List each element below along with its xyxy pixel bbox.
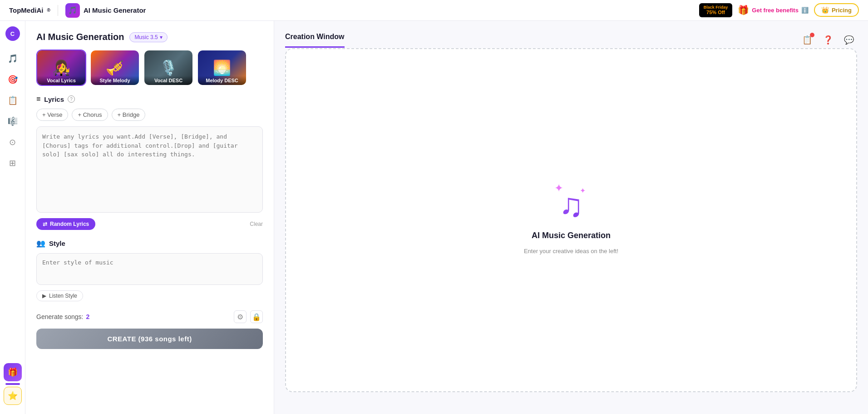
sidebar-item-list[interactable]: 📋	[4, 91, 22, 110]
lyrics-section-header: ≡ Lyrics ?	[36, 95, 263, 103]
mode-card-vocal-desc[interactable]: 🎙️ Vocal DESC	[143, 50, 193, 86]
header-divider	[58, 5, 58, 16]
help-circle-btn[interactable]: ❓	[820, 32, 836, 48]
mode-card-label-3: Vocal DESC	[144, 76, 192, 85]
get-free-benefits-btn[interactable]: 🎁 Get free benefits ℹ️	[738, 5, 809, 15]
create-button[interactable]: CREATE (936 songs left)	[36, 329, 263, 349]
avatar: C	[5, 26, 20, 41]
black-friday-line1: Black Friday	[704, 5, 728, 10]
sidebar-item-circle[interactable]: ⊙	[4, 133, 22, 151]
discord-btn[interactable]: 💬	[841, 32, 857, 48]
get-free-benefits-label: Get free benefits	[752, 7, 799, 14]
help-circle-icon: ❓	[823, 35, 833, 45]
sidebar: C 🎵 🎯 📋 🎼 ⊙ ⊞ 🎁 ⭐	[0, 21, 25, 414]
brand-logo: TopMediAi®	[9, 6, 50, 14]
mode-card-vocal-lyrics[interactable]: 👩‍🎤 Vocal Lyrics	[36, 50, 86, 86]
verse-tag-btn[interactable]: + Verse	[36, 109, 68, 121]
settings-icon-btn[interactable]: ⚙	[234, 310, 247, 323]
header-actions: Black Friday 75% Off 🎁 Get free benefits…	[699, 3, 859, 18]
sparkle-icon: ✦	[554, 182, 563, 195]
crown-icon: 👑	[821, 6, 829, 14]
style-section: 👥 Style ▶ Listen Style	[36, 239, 263, 301]
generate-label: Generate songs:	[36, 313, 84, 320]
listen-style-label: Listen Style	[49, 293, 77, 299]
mode-card-melody-desc[interactable]: 🌅 Melody DESC	[197, 50, 247, 86]
empty-state: ✦ ✦ ♫ AI Music Generation Enter your cre…	[285, 48, 857, 392]
info-icon: ℹ️	[801, 7, 809, 14]
creation-top-row: Creation Window 📋 ❓ 💬	[285, 32, 857, 48]
generate-icons: ⚙ 🔒	[234, 310, 263, 323]
mode-card-label-4: Melody DESC	[198, 76, 246, 85]
black-friday-line2: 75% Off	[706, 10, 725, 15]
brand-suffix: ®	[47, 8, 50, 13]
history-icon-btn[interactable]: 📋	[799, 32, 815, 48]
shuffle-icon: ⇄	[43, 221, 47, 227]
sidebar-item-grid[interactable]: ⊞	[4, 154, 22, 172]
style-title: Style	[49, 239, 65, 247]
brand-name: TopMediAi	[9, 6, 44, 14]
sidebar-star-button[interactable]: ⭐	[4, 387, 22, 405]
random-lyrics-btn[interactable]: ⇄ Random Lyrics	[36, 218, 95, 230]
chevron-down-icon: ▾	[160, 34, 163, 40]
pricing-button[interactable]: 👑 Pricing	[814, 3, 859, 17]
main-layout: C 🎵 🎯 📋 🎼 ⊙ ⊞ 🎁 ⭐ AI Music Generation Mu…	[0, 21, 868, 414]
mode-card-label-2: Style Melody	[91, 76, 139, 85]
version-badge[interactable]: Music 3.5 ▾	[129, 32, 167, 42]
mode-card-style-melody[interactable]: 🎺 Style Melody	[90, 50, 140, 86]
version-label: Music 3.5	[134, 34, 158, 40]
style-icon: 👥	[36, 239, 45, 248]
chorus-tag-btn[interactable]: + Chorus	[72, 109, 108, 121]
mode-card-label-1: Vocal Lyrics	[37, 76, 85, 85]
generate-row: Generate songs: 2 ⚙ 🔒	[36, 310, 263, 323]
clear-btn[interactable]: Clear	[250, 221, 263, 227]
lyrics-textarea[interactable]	[36, 126, 263, 213]
black-friday-badge[interactable]: Black Friday 75% Off	[699, 3, 733, 18]
sidebar-gift-button[interactable]: 🎁	[4, 363, 22, 381]
pricing-label: Pricing	[832, 7, 852, 14]
sidebar-item-note[interactable]: 🎼	[4, 112, 22, 130]
gift-icon: 🎁	[738, 5, 749, 15]
random-lyrics-label: Random Lyrics	[50, 221, 89, 227]
sidebar-bottom: 🎁 ⭐	[4, 363, 22, 409]
tag-buttons: + Verse + Chorus + Bridge	[36, 109, 263, 121]
discord-icon: 💬	[844, 35, 854, 45]
right-panel: Creation Window 📋 ❓ 💬 ✦ ✦ ♫	[274, 21, 868, 414]
avatar-letter: C	[10, 30, 15, 37]
generate-count: 2	[86, 313, 90, 320]
panel-title: AI Music Generation	[36, 32, 124, 42]
panel-header: AI Music Generation Music 3.5 ▾	[36, 32, 263, 42]
listen-style-btn[interactable]: ▶ Listen Style	[36, 290, 83, 301]
lyrics-title: Lyrics	[44, 95, 64, 103]
sidebar-item-explore[interactable]: 🎯	[4, 70, 22, 89]
creation-window-title: Creation Window	[285, 33, 345, 44]
app-title: AI Music Generator	[84, 6, 146, 14]
music-illustration: ✦ ✦ ♫	[559, 186, 583, 224]
notification-dot	[810, 33, 814, 37]
lyrics-footer: ⇄ Random Lyrics Clear	[36, 218, 263, 230]
app-icon: 🎵	[65, 3, 80, 18]
bridge-tag-btn[interactable]: + Bridge	[112, 109, 146, 121]
empty-state-title: AI Music Generation	[532, 231, 611, 240]
empty-state-subtitle: Enter your creative ideas on the left!	[524, 248, 618, 254]
left-panel: AI Music Generation Music 3.5 ▾ 👩‍🎤 Voca…	[25, 21, 274, 414]
mode-cards: 👩‍🎤 Vocal Lyrics 🎺 Style Melody 🎙️ Vocal…	[36, 50, 263, 86]
lyrics-icon: ≡	[36, 95, 40, 103]
sidebar-purple-bar	[5, 383, 20, 385]
sidebar-item-music[interactable]: 🎵	[4, 50, 22, 68]
sparkle-icon-2: ✦	[580, 186, 586, 195]
play-icon: ▶	[42, 293, 46, 299]
lock-icon-btn[interactable]: 🔒	[250, 310, 263, 323]
style-textarea[interactable]	[36, 253, 263, 285]
app-header: TopMediAi® 🎵 AI Music Generator Black Fr…	[0, 0, 868, 21]
help-icon[interactable]: ?	[68, 95, 75, 103]
style-section-header: 👥 Style	[36, 239, 263, 248]
